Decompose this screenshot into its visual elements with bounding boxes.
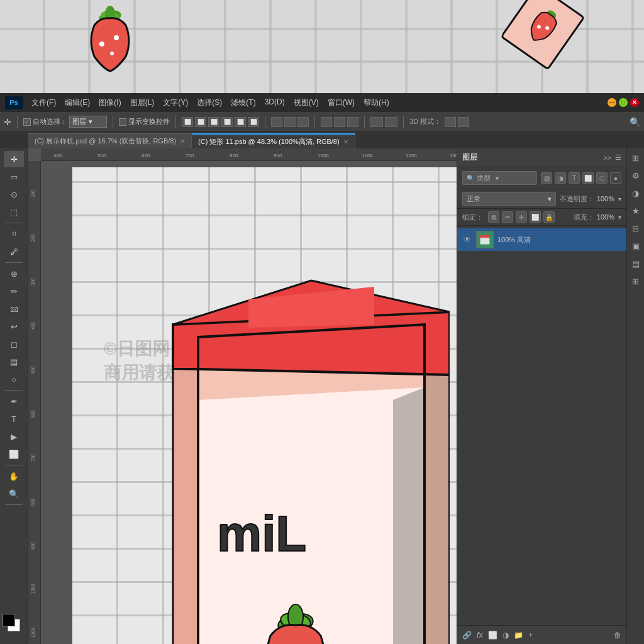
layer-filter-adjust-icon[interactable]: ◑	[555, 172, 566, 184]
menu-layer[interactable]: 图层(L)	[126, 96, 158, 109]
tab-2-close[interactable]: ✕	[343, 138, 348, 145]
hand-tool[interactable]: ✋	[4, 468, 24, 484]
eyedropper-tool[interactable]: 🖉	[4, 243, 24, 260]
menu-window[interactable]: 窗口(W)	[324, 96, 358, 109]
lock-pixel-icon[interactable]: ✏	[502, 211, 513, 223]
side-styles-icon[interactable]: ★	[629, 204, 643, 218]
heal-brush-tool[interactable]: ⊕	[4, 265, 24, 282]
dodge-tool[interactable]: ○	[4, 371, 24, 387]
opacity-chevron[interactable]: ▾	[618, 196, 621, 203]
layer-group-icon[interactable]: 📁	[514, 631, 523, 640]
canvas-area[interactable]: 400 500 600 700 800 900 1000 1100 1200 1…	[28, 148, 457, 644]
align-center-h-icon[interactable]: ⬜	[195, 117, 206, 127]
path-select-tool[interactable]: ▶	[4, 428, 24, 445]
menu-image[interactable]: 图像(I)	[95, 96, 125, 109]
side-swatches-icon[interactable]: ▣	[629, 239, 643, 253]
object-select-tool[interactable]: ⬚	[4, 204, 24, 220]
lock-transparent-icon[interactable]: ⊠	[488, 211, 499, 223]
panel-expand-icon[interactable]: >>	[603, 154, 611, 162]
delete-layer-icon[interactable]: 🗑	[614, 631, 621, 640]
tool-mode-2[interactable]	[385, 117, 397, 127]
layer-type-filter-icons: ▨ ◑ T ⬜ ⬡ ●	[541, 172, 621, 184]
show-transform-group[interactable]: 显示变换控件	[119, 117, 170, 126]
clone-stamp-tool[interactable]: 🖂	[4, 301, 24, 317]
layer-filter-pixel-icon[interactable]: ▨	[541, 172, 552, 184]
link-layers-icon[interactable]: 🔗	[462, 631, 472, 640]
dist-v-icon[interactable]	[284, 117, 296, 127]
align-middle-v-icon[interactable]: ⬜	[235, 117, 246, 127]
panel-menu-icon[interactable]: ☰	[615, 153, 621, 162]
crop-tool[interactable]: ⌗	[4, 226, 24, 242]
menu-filter[interactable]: 滤镜(T)	[227, 96, 259, 109]
text-tool[interactable]: T	[4, 411, 24, 427]
align-extra-3[interactable]	[347, 117, 358, 127]
layer-filter-toggle[interactable]: ●	[610, 172, 621, 184]
fx-icon[interactable]: fx	[477, 630, 483, 640]
tab-1-close[interactable]: ✕	[180, 138, 185, 145]
tool-sep-5	[5, 504, 23, 505]
side-channels-icon[interactable]: ⊟	[629, 221, 643, 235]
layer-filter-smart-icon[interactable]: ⬡	[596, 172, 608, 184]
menu-help[interactable]: 帮助(H)	[360, 96, 393, 109]
foreground-color-swatch[interactable]	[3, 614, 15, 626]
menu-3d[interactable]: 3D(D)	[261, 96, 289, 109]
side-adjustments-icon[interactable]: ◑	[629, 186, 643, 200]
layer-filter-text-icon[interactable]: T	[569, 172, 580, 184]
maximize-button[interactable]: □	[619, 98, 628, 107]
menu-file[interactable]: 文件(F)	[28, 96, 60, 109]
menu-text[interactable]: 文字(Y)	[159, 96, 192, 109]
menu-select[interactable]: 选择(S)	[193, 96, 226, 109]
fill-chevron[interactable]: ▾	[618, 214, 621, 221]
side-layers-icon[interactable]: ⊞	[629, 151, 643, 165]
align-extra-2[interactable]	[334, 117, 345, 127]
dist-3-icon[interactable]	[297, 117, 309, 127]
align-top-icon[interactable]: ⬜	[221, 117, 233, 127]
menu-edit[interactable]: 编辑(E)	[61, 96, 94, 109]
menu-view[interactable]: 视图(V)	[290, 96, 323, 109]
side-patterns-icon[interactable]: ⊞	[629, 274, 643, 288]
3d-mode-icon-2[interactable]	[458, 117, 469, 127]
auto-select-checkbox[interactable]	[23, 118, 31, 126]
tab-document-2[interactable]: (C) 矩形 11.psb @ 48.3% (100%高清, RGB/8) ✕	[192, 133, 355, 148]
side-gradients-icon[interactable]: ▤	[629, 257, 643, 270]
align-right-icon[interactable]: ⬜	[208, 117, 219, 127]
layer-type-search[interactable]: 🔍 类型 ▾	[462, 171, 537, 185]
layer-visibility-0[interactable]: 👁	[462, 235, 472, 245]
side-properties-icon[interactable]: ⚙	[629, 169, 643, 182]
eraser-tool[interactable]: ◻	[4, 336, 24, 352]
shape-tool[interactable]: ⬜	[4, 446, 24, 462]
lock-all-icon[interactable]: 🔒	[543, 211, 555, 223]
layer-item-0[interactable]: 👁 100% 高清	[457, 228, 626, 251]
blend-mode-dropdown[interactable]: 正常 ▾	[462, 192, 556, 206]
align-extra-1[interactable]	[321, 117, 332, 127]
search-area[interactable]: 🔍	[630, 117, 640, 127]
lasso-tool[interactable]: ⊙	[4, 186, 24, 203]
align-bottom-icon[interactable]: ⬜	[248, 117, 259, 127]
3d-mode-icon-1[interactable]	[445, 117, 456, 127]
show-transform-checkbox[interactable]	[119, 118, 126, 126]
auto-select-checkbox-group[interactable]: 自动选择： 图层 ▾	[23, 116, 107, 128]
history-brush-tool[interactable]: ↩	[4, 318, 24, 335]
tab-bar: (C) 展示样机.psd @ 16.7% (双击替换, RGB/8) ✕ (C)…	[0, 132, 644, 148]
move-tool[interactable]: ✛	[4, 151, 24, 167]
dist-h-icon[interactable]	[271, 117, 282, 127]
close-button[interactable]: ✕	[630, 98, 639, 107]
svg-text:700: 700	[186, 153, 194, 158]
3d-mode-label: 3D 模式：	[409, 117, 441, 126]
select-rect-tool[interactable]: ▭	[4, 169, 24, 185]
gradient-tool[interactable]: ▤	[4, 353, 24, 370]
align-left-icon[interactable]: ⬜	[182, 117, 193, 127]
layer-filter-shape-icon[interactable]: ⬜	[582, 172, 594, 184]
add-mask-icon[interactable]: ⬜	[488, 631, 497, 640]
tab-document-1[interactable]: (C) 展示样机.psd @ 16.7% (双击替换, RGB/8) ✕	[28, 133, 192, 148]
zoom-tool[interactable]: 🔍	[4, 486, 24, 502]
auto-select-dropdown[interactable]: 图层 ▾	[69, 116, 107, 128]
brush-tool[interactable]: ✏	[4, 283, 24, 299]
tool-mode-1[interactable]	[370, 117, 383, 127]
new-layer-icon[interactable]: +	[528, 631, 533, 640]
lock-artboard-icon[interactable]: ⬜	[530, 211, 541, 223]
minimize-button[interactable]: —	[608, 98, 616, 107]
lock-position-icon[interactable]: ✛	[516, 211, 527, 223]
pen-tool[interactable]: ✒	[4, 393, 24, 409]
adjustment-layer-icon[interactable]: ◑	[502, 631, 509, 640]
